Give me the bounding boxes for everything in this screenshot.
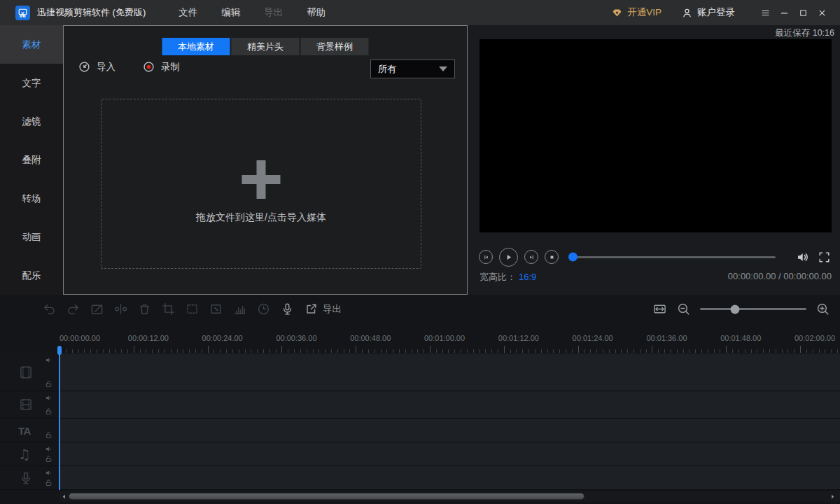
toolbar-redo-button[interactable] <box>66 301 80 318</box>
video-track-lane[interactable] <box>59 354 840 391</box>
sidebar-item-3[interactable]: 滤镜 <box>0 102 63 141</box>
sidebar-item-5[interactable]: 转场 <box>0 179 63 218</box>
timeline-zoom-knob[interactable] <box>731 304 740 314</box>
close-button[interactable] <box>813 4 832 22</box>
plus-icon <box>242 160 281 199</box>
vip-button[interactable]: 开通VIP <box>611 6 662 19</box>
toolbar-mosaic-button[interactable] <box>209 301 223 318</box>
pip-track-lock-toggle[interactable] <box>44 407 53 416</box>
sidebar-item-2[interactable]: 文字 <box>0 64 63 102</box>
video-track-lock-toggle[interactable] <box>44 379 53 388</box>
text-track-lane[interactable] <box>59 419 840 442</box>
media-dropzone[interactable]: 拖放文件到这里/点击导入媒体 <box>101 99 421 269</box>
ruler-tick <box>479 349 480 353</box>
filter-dropdown[interactable]: 所有 <box>370 59 455 78</box>
horizontal-scrollbar[interactable] <box>59 491 840 502</box>
seek-knob[interactable] <box>568 253 578 262</box>
unlock-icon <box>44 430 53 440</box>
login-label: 账户登录 <box>697 6 735 19</box>
scrollbar-thumb[interactable] <box>69 493 584 500</box>
arrow-right-icon <box>830 493 836 500</box>
text-track-lock-toggle[interactable] <box>44 430 53 440</box>
ruler-tick <box>281 346 282 353</box>
media-tab-2[interactable]: 精美片头 <box>232 38 300 55</box>
ruler-tick <box>115 349 115 353</box>
media-tab-3[interactable]: 背景样例 <box>301 38 369 55</box>
menu-button[interactable] <box>756 4 775 22</box>
speaker-icon <box>44 393 53 402</box>
record-button[interactable]: 录制 <box>142 60 180 74</box>
ruler-tick <box>461 349 461 353</box>
play-button[interactable] <box>499 248 518 267</box>
menu-item-3[interactable]: 导出 <box>252 0 295 25</box>
zoom-in-button[interactable] <box>816 302 830 316</box>
sidebar-item-7[interactable]: 配乐 <box>0 256 63 295</box>
ruler-tick <box>819 349 820 353</box>
music-track: ♫ <box>0 442 840 466</box>
video-track-controls <box>44 356 53 388</box>
music-track-volume-toggle[interactable] <box>44 444 53 454</box>
pip-track-lane[interactable] <box>59 391 840 418</box>
toolbar-waveform-button[interactable] <box>232 301 247 318</box>
next-frame-button[interactable] <box>524 250 538 264</box>
ruler-tick <box>208 346 209 353</box>
prev-frame-button[interactable] <box>479 250 493 264</box>
ruler-tick <box>596 349 597 353</box>
zoom-out-button[interactable] <box>676 302 691 316</box>
toolbar-delete-button[interactable] <box>137 301 152 318</box>
text-track-controls <box>44 421 53 440</box>
scroll-left-arrow[interactable] <box>59 491 68 502</box>
import-button[interactable]: 导入 <box>78 60 115 74</box>
text-track: TA <box>0 419 840 442</box>
ruler-tick <box>831 349 832 353</box>
ruler-tick <box>127 349 128 353</box>
stop-button[interactable] <box>545 250 559 264</box>
titlebar-right: 开通VIP 账户登录 <box>611 4 832 22</box>
ruler-tick <box>640 349 640 353</box>
login-button[interactable]: 账户登录 <box>681 6 735 19</box>
toolbar-undo-button[interactable] <box>42 301 57 318</box>
aspect-value[interactable]: 16:9 <box>519 272 536 282</box>
record-track-lock-toggle[interactable] <box>44 478 53 487</box>
toolbar-export-button[interactable]: 导出 <box>304 301 342 318</box>
menu-item-2[interactable]: 编辑 <box>209 0 252 25</box>
ruler-tick <box>498 349 498 353</box>
ruler-label-7: 00:01:12.00 <box>498 334 539 342</box>
toolbar-duration-button[interactable] <box>256 301 271 318</box>
seek-bar[interactable] <box>569 256 776 258</box>
volume-button[interactable] <box>795 250 810 265</box>
player-controls <box>479 245 832 269</box>
app-logo-icon <box>15 6 30 20</box>
music-track-lane[interactable] <box>59 442 840 465</box>
toolbar-edit-button[interactable] <box>90 301 104 318</box>
video-track-volume-toggle[interactable] <box>44 356 53 365</box>
sidebar-item-1[interactable]: 素材 <box>0 25 63 64</box>
toolbar-select-button[interactable] <box>185 301 200 318</box>
toolbar-split-button[interactable] <box>113 301 128 318</box>
ruler-tick <box>424 349 424 353</box>
ruler-label-3: 00:00:24.00 <box>202 334 243 342</box>
fullscreen-button[interactable] <box>817 250 832 265</box>
ruler-tick <box>559 349 560 353</box>
menu-item-1[interactable]: 文件 <box>167 0 209 25</box>
minimize-button[interactable] <box>775 4 794 22</box>
record-track-volume-toggle[interactable] <box>44 468 53 477</box>
sidebar-item-4[interactable]: 叠附 <box>0 141 63 179</box>
menu-item-4[interactable]: 帮助 <box>295 0 337 25</box>
pip-track-volume-toggle[interactable] <box>44 393 53 402</box>
ruler-tick <box>776 349 776 353</box>
timeline-ruler[interactable]: 00:00:00.0000:00:12.0000:00:24.0000:00:3… <box>0 323 840 354</box>
ruler-tick <box>584 349 584 353</box>
toolbar-record-voice-button[interactable] <box>280 301 295 318</box>
toolbar-crop-button[interactable] <box>161 301 176 318</box>
scroll-right-arrow[interactable] <box>828 491 836 502</box>
ruler-tick <box>263 349 264 353</box>
ruler-tick <box>825 349 825 353</box>
sidebar-item-6[interactable]: 动画 <box>0 218 63 256</box>
record-track-lane[interactable] <box>59 466 840 489</box>
media-tab-1[interactable]: 本地素材 <box>162 38 230 55</box>
timeline-zoom-slider[interactable] <box>700 308 806 310</box>
maximize-button[interactable] <box>794 4 813 22</box>
fit-timeline-button[interactable] <box>652 302 667 316</box>
music-track-lock-toggle[interactable] <box>44 454 53 463</box>
